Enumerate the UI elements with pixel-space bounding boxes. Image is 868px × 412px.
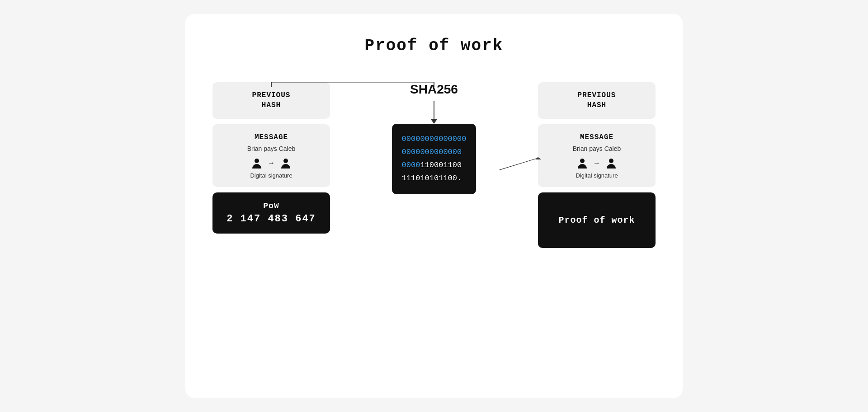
left-message-title: MESSAGE (222, 132, 321, 142)
left-sender-icon (250, 157, 263, 169)
right-previous-hash-label: PREVIOUSHASH (547, 90, 646, 111)
svg-point-7 (580, 159, 585, 163)
sha-arrow-head (431, 119, 437, 124)
main-canvas: Proof of work PREVIOUSHASH MESSAGE Brian… (185, 14, 683, 398)
right-block-column: PREVIOUSHASH MESSAGE Brian pays Caleb → (538, 82, 656, 248)
hash-line-1: 00000000000000 (402, 133, 467, 146)
right-message-title: MESSAGE (547, 132, 646, 142)
proof-of-work-label: Proof of work (547, 201, 646, 239)
left-digital-signature-label: Digital signature (222, 172, 321, 179)
svg-line-3 (500, 158, 538, 170)
right-transfer-arrow: → (593, 159, 600, 167)
left-pow-card: PoW 2 147 483 647 (212, 192, 330, 234)
left-previous-hash-card: PREVIOUSHASH (212, 82, 330, 119)
left-transfer-arrow: → (268, 159, 275, 167)
sha-arrow-down (431, 101, 437, 124)
page-title: Proof of work (365, 37, 504, 55)
hash-output-box: 00000000000000 0000000000000 00001100011… (392, 124, 476, 194)
sha-arrow-line (434, 101, 434, 119)
hash-line-2: 0000000000000 (402, 146, 467, 159)
left-persons-row: → (222, 157, 321, 169)
right-persons-row: → (547, 157, 646, 169)
left-message-sub: Brian pays Caleb (222, 145, 321, 152)
right-sender-icon (576, 157, 589, 169)
right-previous-hash-card: PREVIOUSHASH (538, 82, 656, 119)
sha-title: SHA256 (410, 82, 458, 97)
left-receiver-icon (279, 157, 292, 169)
left-message-card: MESSAGE Brian pays Caleb → Digital signa… (212, 124, 330, 187)
left-previous-hash-label: PREVIOUSHASH (222, 90, 321, 111)
left-pow-title: PoW (222, 201, 321, 211)
right-pow-card: Proof of work (538, 192, 656, 248)
svg-point-6 (283, 159, 288, 163)
svg-point-8 (609, 159, 613, 163)
diagram-area: PREVIOUSHASH MESSAGE Brian pays Caleb → (212, 82, 656, 248)
hash-line-3: 0000110001100 (402, 159, 467, 172)
right-message-sub: Brian pays Caleb (547, 145, 646, 152)
right-digital-signature-label: Digital signature (547, 172, 646, 179)
hash-line-4: 111010101100. (402, 172, 467, 185)
sha-column: SHA256 00000000000000 0000000000000 0000… (371, 82, 497, 194)
right-receiver-icon (605, 157, 618, 169)
svg-point-5 (255, 159, 259, 163)
left-pow-number: 2 147 483 647 (222, 213, 321, 225)
left-block-column: PREVIOUSHASH MESSAGE Brian pays Caleb → (212, 82, 330, 234)
right-message-card: MESSAGE Brian pays Caleb → Digital signa… (538, 124, 656, 187)
